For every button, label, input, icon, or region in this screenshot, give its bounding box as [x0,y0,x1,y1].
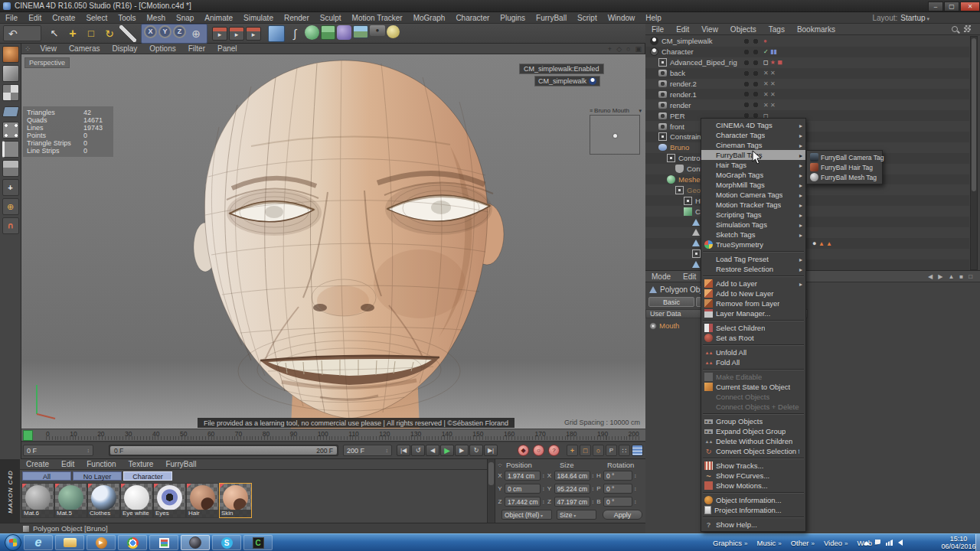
key-parameter-icon[interactable] [606,445,617,456]
object-tags[interactable] [763,48,777,55]
maximize-button[interactable] [944,2,959,11]
object-tree-item[interactable]: Coat [645,217,969,227]
skype-icon[interactable] [212,535,241,550]
chevron-icon[interactable] [812,539,815,547]
taskbar-toolbar[interactable]: Other [786,539,819,547]
show-desktop-button[interactable] [975,534,980,551]
material-item[interactable]: Eyes [153,483,186,518]
mouth-parameter[interactable]: Mouth [650,321,679,330]
object-manager-menu-item[interactable]: File [645,25,670,34]
goto-start-icon[interactable] [397,445,410,456]
undo-icon[interactable]: ↶ [3,25,41,41]
chevron-icon[interactable] [844,539,848,547]
add-cube-icon[interactable] [268,25,285,42]
object-manager-menu-item[interactable]: View [695,25,724,34]
context-menu-item[interactable]: MorphMill Tags [701,180,805,190]
menu-item[interactable]: Edit [23,14,47,22]
context-menu-item[interactable]: Add to Layer [701,279,805,289]
material-item[interactable]: Mat.5 [54,483,87,518]
object-tags[interactable] [763,59,782,66]
menu-item[interactable]: Character [450,14,495,22]
object-manager-scrollbar[interactable] [970,36,978,270]
size-z-field[interactable]: 47.197 cm [554,497,590,507]
make-editable-icon[interactable] [2,46,19,63]
key-pla-icon[interactable] [619,445,630,456]
context-menu-item[interactable]: Connect Objects + Delete [701,402,805,412]
tray-expand-icon[interactable] [864,541,870,545]
attribute-tab[interactable]: Basic [648,297,694,307]
add-spline-icon[interactable] [286,25,303,42]
hud-cmotion-object[interactable]: CM_simplewalk [534,76,600,86]
menu-item[interactable]: Plugins [495,14,531,22]
play-reverse-icon[interactable] [411,445,425,456]
context-menu-item[interactable]: Current State to Object [701,382,805,392]
add-generator-icon[interactable] [305,25,319,40]
attribute-history-icons[interactable]: ◀▶▲■□ [928,273,972,280]
context-menu-item[interactable]: Group Objects [701,416,805,426]
context-menu-item[interactable]: Unfold All [701,347,805,357]
object-tree-item[interactable]: Constrained [645,132,969,142]
lock-z-icon[interactable]: Z [173,25,186,38]
attribute-menu-item[interactable]: Edit [677,272,702,281]
context-menu-item[interactable] [703,413,804,415]
play-icon[interactable] [440,445,454,456]
material-menu-item[interactable]: Create [20,460,55,468]
menu-item[interactable]: Render [279,14,315,22]
context-menu-item[interactable]: CINEMA 4D Tags [701,120,805,130]
object-manager-menu-item[interactable]: Edit [670,25,695,34]
object-tree-item[interactable]: render.2 [645,79,969,90]
object-tags[interactable] [763,37,767,44]
material-menu-item[interactable]: Function [80,460,122,468]
menu-item[interactable]: Animate [199,14,238,22]
select-tool-icon[interactable] [46,25,63,42]
rotate-tool-icon[interactable] [101,25,118,42]
context-menu-item[interactable]: Connect Objects [701,392,805,402]
context-menu-item[interactable]: Project Information... [701,505,805,515]
object-tags[interactable] [763,102,776,109]
visibility-toggles[interactable] [743,70,760,77]
object-manager-menu-item[interactable]: Bookmarks [791,25,841,34]
render-picture-viewer-icon[interactable] [229,27,244,41]
celtx-icon[interactable] [243,535,273,550]
viewport-menu-item[interactable]: Filter [182,44,211,53]
sculpt-brush-icon[interactable] [119,25,136,42]
menu-item[interactable]: Sculpt [315,14,347,22]
context-menu-item[interactable]: Set as Root [701,333,805,343]
context-menu-item[interactable]: Scripting Tags [701,210,805,220]
previous-frame-icon[interactable] [426,445,439,456]
preview-range-icon[interactable] [632,445,643,456]
object-tree-item[interactable]: render.1 [645,89,969,99]
object-manager-menu-item[interactable]: Objects [724,25,763,34]
position-y-field[interactable]: 0 cm [505,484,541,494]
viewport-menu-item[interactable]: View [34,44,63,53]
context-menu-item[interactable]: Sketch Tags [701,230,805,240]
add-deformer-icon[interactable] [337,25,351,40]
minimize-button[interactable] [928,2,943,11]
visibility-toggles[interactable] [743,38,760,44]
snap-mode-icon[interactable] [2,217,19,234]
polygon-mode-icon[interactable] [2,160,19,177]
material-item[interactable]: Mat.6 [21,483,54,518]
render-view-icon[interactable] [212,27,227,41]
axis-mode-icon[interactable] [2,198,19,215]
add-environment-icon[interactable] [353,25,368,38]
context-menu-item[interactable]: Show Tracks... [701,461,805,471]
mouth-2d-slider[interactable] [590,115,640,155]
visibility-toggles[interactable] [743,81,760,87]
submenu-item[interactable]: FurryBall Camera Tag [807,152,882,162]
object-tree-item[interactable]: CM_simplewalk [645,36,969,47]
position-x-field[interactable]: 1.974 cm [505,471,541,481]
object-tree-item[interactable]: Skin [645,227,969,238]
filter-icon[interactable] [964,25,971,32]
size-x-field[interactable]: 184.64 cm [554,471,590,481]
add-light-icon[interactable] [387,25,400,38]
object-tree-item[interactable]: PER [645,110,969,121]
menu-item[interactable]: Help [640,14,667,22]
material-item[interactable]: Hair [186,483,219,518]
layer-tab[interactable]: Character [123,471,172,481]
taskbar-clock[interactable]: 15:10 06/04/2016 [939,535,978,550]
lock-y-icon[interactable]: Y [158,25,172,38]
viewport-menu-item[interactable]: Options [143,44,181,53]
taskbar-toolbar[interactable]: Video [819,539,853,547]
context-menu-item[interactable]: Fold All [701,357,805,367]
